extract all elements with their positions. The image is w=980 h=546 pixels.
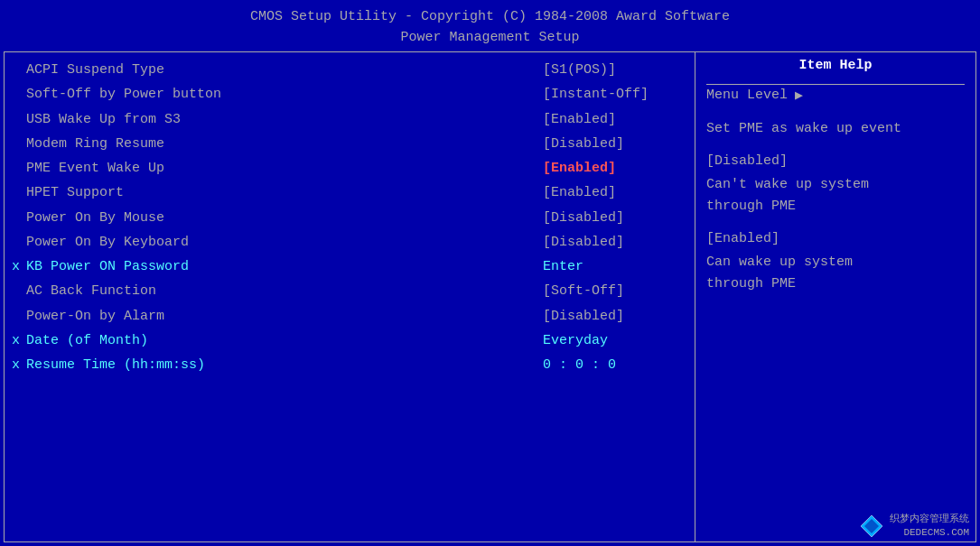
menu-level-arrow: ▶ [795,87,803,104]
watermark: 织梦内容管理系统 DEDECMS.COM [859,513,969,539]
menu-row-prefix: x [12,256,26,277]
watermark-line2: DEDECMS.COM [890,526,969,539]
menu-row-value: [Enabled] [543,109,687,130]
enabled-help-section: [Enabled] Can wake up system through PME [706,228,965,295]
header: CMOS Setup Utility - Copyright (C) 1984-… [0,0,980,51]
menu-row-value: [Disabled] [543,208,687,228]
menu-row-prefix [12,208,26,228]
menu-row-label: Modem Ring Resume [26,134,543,154]
menu-row-label: HPET Support [26,182,543,203]
main-area: ACPI Suspend Type[S1(POS)] Soft-Off by P… [4,51,976,542]
menu-row-value: [Enabled] [543,182,687,203]
watermark-text: 织梦内容管理系统 DEDECMS.COM [890,513,969,539]
menu-row-prefix: x [12,330,26,351]
divider [706,84,965,85]
menu-row-label: PME Event Wake Up [26,158,543,179]
menu-row[interactable]: Power On By Keyboard[Disabled] [5,230,695,254]
disabled-desc-line1: Can't wake up system [706,177,869,192]
menu-row-value: 0 : 0 : 0 [543,355,687,375]
menu-row[interactable]: xResume Time (hh:mm:ss) 0 : 0 : 0 [5,353,695,377]
menu-row-value: [Disabled] [543,134,687,154]
menu-row-label: AC Back Function [26,281,543,301]
menu-row-label: Resume Time (hh:mm:ss) [26,355,543,375]
watermark-line1: 织梦内容管理系统 [890,513,969,525]
disabled-desc-line2: through PME [706,199,796,214]
menu-row-prefix [12,60,26,80]
menu-level-row: Menu Level ▶ [706,87,965,104]
menu-row-value: Enter [543,256,687,277]
menu-row[interactable]: Soft-Off by Power button[Instant-Off] [5,82,695,106]
enabled-desc-line1: Can wake up system [706,254,853,270]
diamond-icon [859,514,884,539]
disabled-bracket: [Disabled] [706,151,965,172]
disabled-help-section: [Disabled] Can't wake up system through … [706,151,965,217]
menu-row-label: Power On By Keyboard [26,232,543,253]
right-panel: Item Help Menu Level ▶ Set PME as wake u… [695,52,975,541]
menu-row[interactable]: ACPI Suspend Type[S1(POS)] [5,58,695,82]
left-panel: ACPI Suspend Type[S1(POS)] Soft-Off by P… [5,52,695,541]
menu-row[interactable]: AC Back Function[Soft-Off] [5,279,695,303]
menu-level-label: Menu Level [706,88,788,103]
menu-row-prefix [12,182,26,203]
menu-row-prefix [12,281,26,301]
menu-row-value: [Disabled] [543,306,687,327]
menu-row-value: [S1(POS)] [543,60,687,80]
header-line2: Power Management Setup [0,28,980,49]
menu-row-value: Everyday [543,330,687,351]
menu-row-prefix [12,158,26,179]
menu-row[interactable]: xKB Power ON Password Enter [5,254,695,279]
pme-description: Set PME as wake up event [706,118,965,140]
menu-row-prefix: x [12,355,26,375]
menu-row-prefix [12,84,26,105]
bios-screen: CMOS Setup Utility - Copyright (C) 1984-… [0,0,980,546]
menu-row-label: USB Wake Up from S3 [26,109,543,130]
menu-row[interactable]: Power-On by Alarm[Disabled] [5,304,695,329]
menu-row-label: Power-On by Alarm [26,306,543,327]
menu-row[interactable]: USB Wake Up from S3[Enabled] [5,107,695,132]
menu-row-value: [Soft-Off] [543,281,687,301]
menu-row-value: [Instant-Off] [543,84,687,105]
enabled-bracket: [Enabled] [706,228,965,250]
menu-row[interactable]: HPET Support[Enabled] [5,180,695,205]
menu-row-value: [Disabled] [543,232,687,253]
header-line1: CMOS Setup Utility - Copyright (C) 1984-… [0,7,980,28]
menu-row[interactable]: Power On By Mouse[Disabled] [5,206,695,230]
item-help-title: Item Help [706,58,965,73]
menu-row-prefix [12,109,26,130]
menu-row-prefix [12,306,26,327]
pme-desc-text: Set PME as wake up event [706,121,901,136]
menu-row-label: Date (of Month) [26,330,543,351]
menu-row-label: Power On By Mouse [26,208,543,228]
menu-row[interactable]: PME Event Wake Up[Enabled] [5,156,695,180]
menu-row[interactable]: Modem Ring Resume[Disabled] [5,132,695,156]
menu-row[interactable]: xDate (of Month) Everyday [5,329,695,353]
enabled-desc-line2: through PME [706,276,796,292]
menu-row-label: KB Power ON Password [26,256,543,277]
menu-row-prefix [12,232,26,253]
menu-row-value: [Enabled] [543,158,687,179]
menu-row-label: Soft-Off by Power button [26,84,543,105]
menu-row-prefix [12,134,26,154]
menu-row-label: ACPI Suspend Type [26,60,543,80]
